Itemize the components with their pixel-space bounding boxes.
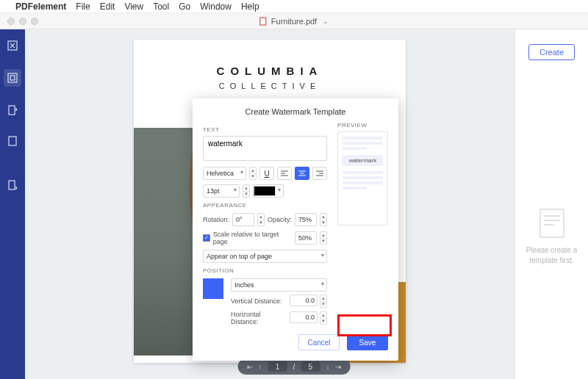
total-pages: 5 xyxy=(301,361,320,372)
rotation-stepper[interactable]: ▲▼ xyxy=(257,213,265,226)
scale-checkbox-row[interactable]: ✓ Scale relative to target page xyxy=(203,231,292,245)
title-chevron-icon: ⌄ xyxy=(323,18,329,25)
hdist-stepper[interactable]: ▲▼ xyxy=(320,311,327,325)
first-page-icon[interactable]: ⇤ xyxy=(247,363,253,371)
menu-view[interactable]: View xyxy=(124,1,143,12)
svg-rect-4 xyxy=(9,106,15,115)
last-page-icon[interactable]: ⇥ xyxy=(335,363,341,371)
opacity-input[interactable]: 75% xyxy=(295,213,317,226)
font-stepper[interactable]: ▲▼ xyxy=(249,167,257,180)
opacity-label: Opacity: xyxy=(268,216,292,223)
stepper-down-icon[interactable]: ▼ xyxy=(250,174,256,180)
placeholder-line1: Please create a xyxy=(526,245,578,256)
section-text-label: TEXT xyxy=(203,126,327,133)
sidebar-doc-tool-icon[interactable] xyxy=(5,134,20,148)
appear-order-select[interactable]: Appear on top of page xyxy=(203,250,327,263)
watermark-preview: watermark xyxy=(337,131,388,225)
rotation-input[interactable]: 0° xyxy=(232,213,254,226)
position-anchor-picker[interactable] xyxy=(203,278,223,299)
minimize-window-icon[interactable] xyxy=(19,18,26,25)
vdist-input[interactable]: 0.0 xyxy=(290,295,318,306)
unit-select[interactable]: Inches xyxy=(231,278,327,292)
modal-title: Create Watermark Template xyxy=(203,107,388,116)
svg-rect-3 xyxy=(10,76,15,80)
placeholder-line2: template first. xyxy=(529,256,573,266)
next-page-icon[interactable]: ↓ xyxy=(326,363,329,371)
svg-rect-7 xyxy=(540,209,564,237)
page-navigator: ⇤ ↑ 1 / 5 ↓ ⇥ xyxy=(238,358,351,375)
section-preview-label: PREVIEW xyxy=(337,122,388,129)
menu-file[interactable]: File xyxy=(76,1,90,12)
vdist-label: Vertical Distance: xyxy=(231,297,282,305)
save-button[interactable]: Save xyxy=(347,334,388,350)
document-title[interactable]: Furniture.pdf ⌄ xyxy=(259,17,329,26)
section-position-label: POSITION xyxy=(203,267,327,274)
create-template-button[interactable]: Create xyxy=(528,44,575,60)
svg-rect-6 xyxy=(9,181,15,190)
menu-tool[interactable]: Tool xyxy=(153,1,169,12)
svg-rect-5 xyxy=(9,137,16,145)
current-page-field[interactable]: 1 xyxy=(268,361,287,372)
align-center-button[interactable] xyxy=(295,167,309,180)
watermark-text-input[interactable] xyxy=(203,136,327,161)
sidebar-stamp-tool-icon[interactable] xyxy=(5,178,20,192)
font-select[interactable]: Helvetica xyxy=(203,167,246,180)
right-panel: Create Please create a template first. xyxy=(514,29,588,379)
page-heading: COLUMBIA xyxy=(134,40,406,77)
document-icon xyxy=(259,17,267,26)
title-text: Furniture.pdf xyxy=(271,17,317,26)
opacity-stepper[interactable]: ▲▼ xyxy=(320,213,327,226)
preview-watermark-text: watermark xyxy=(343,155,383,166)
scale-input[interactable]: 50% xyxy=(295,231,317,245)
prev-page-icon[interactable]: ↑ xyxy=(259,363,262,371)
menu-window[interactable]: Window xyxy=(200,1,232,12)
watermark-modal: Create Watermark Template TEXT Helvetica… xyxy=(193,98,398,361)
align-right-button[interactable] xyxy=(312,167,327,180)
sidebar-close-tool-icon[interactable] xyxy=(5,38,20,53)
svg-rect-2 xyxy=(8,73,17,82)
vdist-stepper[interactable]: ▲▼ xyxy=(320,295,327,308)
page-sep: / xyxy=(293,363,295,371)
mac-menubar: PDFelement File Edit View Tool Go Window… xyxy=(0,0,588,13)
underline-button[interactable]: U xyxy=(259,167,274,180)
traffic-lights xyxy=(0,18,38,25)
menu-go[interactable]: Go xyxy=(179,1,190,12)
menu-edit[interactable]: Edit xyxy=(100,1,115,12)
size-stepper[interactable]: ▲▼ xyxy=(243,184,250,198)
section-appearance-label: APPEARANCE xyxy=(203,202,327,209)
svg-rect-0 xyxy=(260,18,266,25)
template-placeholder-icon xyxy=(538,207,566,239)
close-window-icon[interactable] xyxy=(7,18,15,25)
size-select[interactable]: 13pt xyxy=(203,184,240,198)
menu-help[interactable]: Help xyxy=(241,1,259,12)
hdist-label: Horizontal Distance: xyxy=(231,311,290,325)
zoom-window-icon[interactable] xyxy=(31,18,38,25)
sidebar-page-tool-icon[interactable] xyxy=(5,103,20,118)
rotation-label: Rotation: xyxy=(203,216,229,223)
align-left-button[interactable] xyxy=(277,167,292,180)
text-color-picker[interactable] xyxy=(253,184,284,198)
cancel-button[interactable]: Cancel xyxy=(298,334,340,350)
left-sidebar xyxy=(0,29,25,379)
sidebar-watermark-tool-icon[interactable] xyxy=(4,69,21,87)
scale-stepper[interactable]: ▲▼ xyxy=(320,231,327,245)
stepper-up-icon[interactable]: ▲ xyxy=(250,167,256,174)
template-empty-state: Please create a template first. xyxy=(526,207,578,266)
page-subheading: COLLECTIVE xyxy=(134,82,406,90)
scale-label: Scale relative to target page xyxy=(213,231,292,245)
window-titlebar: Furniture.pdf ⌄ xyxy=(0,13,588,29)
scale-checkbox[interactable]: ✓ xyxy=(203,234,210,242)
app-menu[interactable]: PDFelement xyxy=(15,1,66,12)
hdist-input[interactable]: 0.0 xyxy=(290,311,318,323)
